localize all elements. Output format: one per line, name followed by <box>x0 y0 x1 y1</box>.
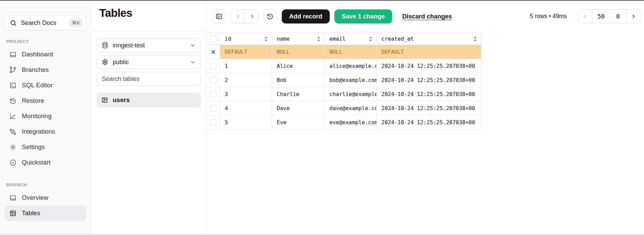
save-changes-button[interactable]: Save 1 change <box>334 9 392 23</box>
column-header-email[interactable]: email <box>325 33 377 45</box>
sort-icon[interactable] <box>368 36 373 42</box>
chevron-down-icon <box>190 59 196 65</box>
cell-name[interactable]: Dave <box>272 101 325 115</box>
cell-name[interactable]: Bob <box>272 73 325 87</box>
discard-changes-button[interactable]: Discard changes <box>402 13 452 20</box>
sidebar-item-settings[interactable]: Settings <box>5 139 86 155</box>
add-record-button[interactable]: Add record <box>282 9 330 23</box>
cell-name[interactable]: Eve <box>272 115 325 130</box>
table-list-item-label: users <box>113 96 130 104</box>
sidebar-item-branches[interactable]: Branches <box>5 62 86 78</box>
database-select-value: inngest-test <box>113 42 145 49</box>
sidebar-item-quickstart[interactable]: Quickstart <box>5 155 86 170</box>
database-icon <box>101 42 109 49</box>
cell-id[interactable]: 1 <box>220 59 272 73</box>
page-limit-input[interactable]: 50 <box>592 10 610 23</box>
database-select[interactable]: inngest-test <box>97 38 201 52</box>
sort-icon[interactable] <box>264 36 268 42</box>
grid-header-row: id name email <box>207 33 481 45</box>
row-checkbox[interactable] <box>210 91 217 98</box>
row-select-cell <box>207 73 220 87</box>
column-header-created-at[interactable]: created_at <box>377 33 481 45</box>
close-icon[interactable] <box>210 49 216 55</box>
cell-email[interactable]: dave@example.com <box>325 101 377 115</box>
sidebar-item-label: Branches <box>22 66 49 74</box>
cell-email[interactable]: bob@example.com <box>325 73 377 87</box>
row-select-cell <box>207 115 220 130</box>
cell-id[interactable]: 3 <box>220 87 272 101</box>
cell-email[interactable]: eve@example.com <box>325 115 377 130</box>
chevron-left-icon <box>235 13 241 19</box>
cell-name[interactable]: Alice <box>272 59 325 73</box>
cell-id[interactable]: 4 <box>220 101 272 115</box>
select-all-cell <box>207 33 220 45</box>
column-header-id[interactable]: id <box>220 33 272 45</box>
circle-check-icon <box>9 159 17 167</box>
chevron-right-icon <box>249 13 255 19</box>
panel-left-close-icon <box>215 13 223 20</box>
refresh-history-button[interactable] <box>263 9 277 23</box>
cell-id[interactable]: 5 <box>220 115 272 130</box>
schema-icon <box>101 58 109 66</box>
collapse-panel-button[interactable] <box>212 9 226 23</box>
page-title: Tables <box>99 7 198 19</box>
cell-email[interactable]: alice@example.com <box>325 59 377 73</box>
sidebar-item-restore[interactable]: Restore <box>5 93 86 108</box>
next-page-button[interactable] <box>626 10 640 23</box>
sidebar-item-label: Monitoring <box>22 112 52 120</box>
search-icon <box>10 19 17 27</box>
window-top-edge <box>0 0 644 1</box>
pending-cell-id[interactable]: DEFAULT <box>220 45 272 59</box>
chevron-down-icon <box>190 42 196 49</box>
main-area: Add record Save 1 change Discard changes… <box>207 0 644 235</box>
cell-created-at[interactable]: 2024-10-24 12:25:25.207038+00 <box>377 87 481 101</box>
sidebar-item-monitoring[interactable]: Monitoring <box>5 108 86 124</box>
column-header-name[interactable]: name <box>272 33 325 45</box>
sidebar-item-label: Tables <box>22 209 40 217</box>
history-clock-icon <box>266 13 274 20</box>
select-all-checkbox[interactable] <box>210 36 217 42</box>
pending-cell-email[interactable]: NULL <box>325 45 377 59</box>
cell-name[interactable]: Charlie <box>272 87 325 101</box>
sidebar-item-label: Restore <box>22 97 44 104</box>
column-label: email <box>329 36 345 42</box>
table-icon <box>101 96 108 104</box>
sort-icon[interactable] <box>316 36 321 42</box>
undo-back-button[interactable] <box>231 10 245 23</box>
row-checkbox[interactable] <box>210 105 217 112</box>
page-offset-input[interactable]: 0 <box>610 10 626 23</box>
sidebar-item-tables[interactable]: Tables <box>5 205 86 221</box>
sidebar-item-label: Overview <box>22 194 48 201</box>
sidebar-item-label: Dashboard <box>22 51 53 58</box>
table-list-item-users[interactable]: users <box>97 93 201 107</box>
pending-cell-created-at[interactable]: DEFAULT <box>377 45 481 59</box>
sidebar-item-integrations[interactable]: Integrations <box>5 124 86 139</box>
cell-created-at[interactable]: 2024-10-24 12:25:25.207038+00 <box>377 73 481 87</box>
search-tables-input[interactable] <box>97 72 201 86</box>
cell-id[interactable]: 2 <box>220 73 272 87</box>
redo-forward-button[interactable] <box>245 10 258 23</box>
row-checkbox[interactable] <box>210 77 217 84</box>
cell-created-at[interactable]: 2024-10-24 12:25:25.207038+00 <box>377 115 481 130</box>
sidebar-item-dashboard[interactable]: Dashboard <box>5 47 86 62</box>
row-checkbox[interactable] <box>210 63 217 69</box>
cell-created-at[interactable]: 2024-10-24 12:25:25.207038+00 <box>377 101 481 115</box>
sidebar-item-overview[interactable]: Overview <box>5 190 86 205</box>
prev-page-button[interactable] <box>578 10 592 23</box>
chevron-left-icon <box>582 13 588 19</box>
tables-icon <box>9 209 17 217</box>
sort-icon[interactable] <box>473 36 478 42</box>
schema-select-value: public <box>113 58 129 66</box>
integrations-icon <box>9 128 17 136</box>
discard-row-cell <box>207 45 220 59</box>
monitoring-icon <box>9 112 17 120</box>
search-docs-button[interactable]: Search Docs ⌘K <box>5 15 86 30</box>
cell-created-at[interactable]: 2024-10-24 12:25:25.207038+00 <box>377 59 481 73</box>
column-label: created_at <box>381 36 414 42</box>
pending-cell-name[interactable]: NULL <box>272 45 325 59</box>
sidebar-item-sql-editor[interactable]: SQL Editor <box>5 78 86 93</box>
schema-select[interactable]: public <box>97 55 201 69</box>
row-checkbox[interactable] <box>210 119 217 126</box>
sql-editor-icon <box>9 82 17 89</box>
cell-email[interactable]: charlie@example.com <box>325 87 377 101</box>
